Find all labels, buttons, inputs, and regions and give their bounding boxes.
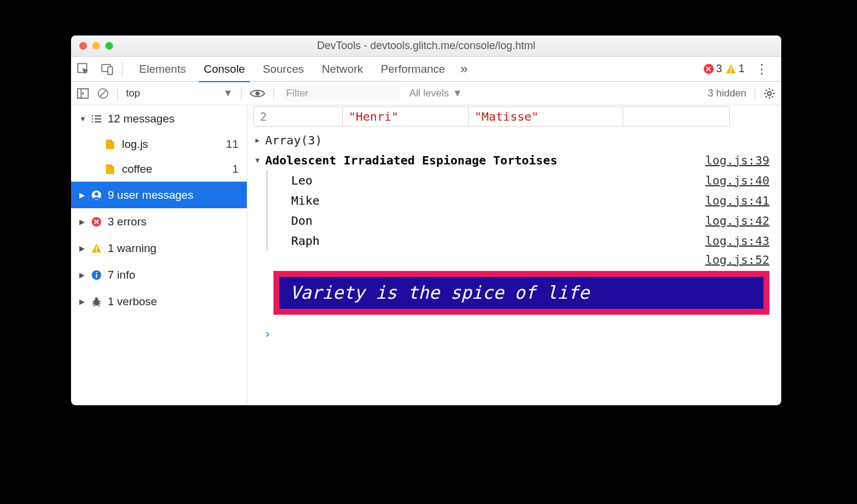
svg-rect-4 (730, 71, 732, 72)
sidebar-item-warnings[interactable]: ▶ 1 warning (71, 235, 247, 261)
svg-line-18 (772, 89, 773, 91)
svg-line-8 (100, 90, 107, 96)
tab-console[interactable]: Console (195, 57, 253, 82)
live-expression-icon[interactable] (250, 88, 265, 99)
svg-rect-2 (108, 67, 112, 75)
chevron-down-icon: ▼ (223, 88, 233, 99)
devtools-window: DevTools - devtools.glitch.me/console/lo… (71, 35, 781, 405)
svg-rect-31 (96, 250, 97, 251)
console-row: Don log.js:42 (266, 211, 769, 231)
table-cell: "Matisse" (468, 107, 623, 127)
toggle-device-icon[interactable] (101, 63, 114, 76)
sidebar-item-verbose[interactable]: ▶ 1 verbose (71, 288, 247, 315)
svg-line-39 (92, 303, 94, 304)
console-table: 2 "Henri" "Matisse" (253, 106, 730, 127)
svg-rect-33 (96, 274, 97, 277)
inspect-element-icon[interactable] (77, 63, 90, 76)
error-count-badge[interactable]: ✕ 3 (704, 63, 722, 75)
svg-point-10 (768, 92, 771, 95)
sidebar-label: 9 user messages (108, 189, 242, 202)
console-row: log.js:52 (253, 251, 769, 269)
more-tabs-button[interactable]: » (455, 62, 473, 77)
sidebar-file-item[interactable]: log.js 11 (71, 132, 247, 157)
titlebar: DevTools - devtools.glitch.me/console/lo… (71, 35, 781, 57)
tab-sources[interactable]: Sources (254, 57, 312, 82)
clear-console-icon[interactable] (97, 88, 109, 99)
console-output: 2 "Henri" "Matisse" ▶ Array(3) ▼ Adolesc… (247, 105, 781, 405)
table-cell: 2 (254, 107, 343, 127)
svg-line-42 (98, 305, 99, 306)
sidebar-file-item[interactable]: coffee 1 (71, 157, 247, 182)
svg-line-16 (772, 96, 773, 97)
svg-line-40 (99, 303, 101, 304)
user-icon (91, 190, 102, 201)
console-toolbar: top ▼ All levels ▼ 3 hidden (71, 82, 781, 105)
source-link[interactable]: log.js:52 (705, 253, 769, 267)
chevron-right-icon: ▶ (79, 271, 85, 279)
close-window-button[interactable] (79, 42, 87, 50)
svg-rect-34 (96, 272, 97, 273)
source-link[interactable]: log.js:40 (705, 173, 769, 188)
console-row-group-header[interactable]: ▼ Adolescent Irradiated Espionage Tortoi… (253, 150, 769, 170)
console-settings-icon[interactable] (763, 88, 775, 99)
console-row: Leo log.js:40 (266, 170, 769, 190)
window-title: DevTools - devtools.glitch.me/console/lo… (71, 40, 781, 52)
sidebar-label: 7 info (108, 269, 242, 282)
svg-point-36 (95, 297, 98, 300)
chevron-right-icon: ▶ (79, 218, 85, 226)
error-icon (91, 217, 102, 227)
bug-icon (91, 296, 102, 307)
styled-log-message: Variety is the spice of life (273, 271, 769, 315)
svg-line-37 (92, 301, 94, 302)
chevron-right-icon: ▶ (79, 191, 85, 199)
table-cell (623, 107, 730, 127)
more-menu-button[interactable]: ⋮ (748, 62, 775, 77)
tab-network[interactable]: Network (314, 57, 372, 82)
source-link[interactable]: log.js:43 (705, 234, 769, 248)
console-prompt[interactable]: › (253, 315, 769, 341)
file-icon (105, 139, 115, 150)
sidebar-label: 3 errors (108, 215, 242, 228)
table-cell: "Henri" (343, 107, 469, 127)
svg-point-26 (95, 192, 98, 196)
chevron-down-icon: ▼ (453, 88, 463, 99)
chevron-right-icon: ▶ (79, 298, 85, 306)
list-icon (91, 115, 102, 123)
error-icon: ✕ (704, 64, 714, 74)
console-row-array[interactable]: ▶ Array(3) (253, 130, 769, 150)
warning-count-badge[interactable]: 1 (726, 63, 745, 75)
tab-performance[interactable]: Performance (372, 57, 453, 82)
console-row: Raph log.js:43 (266, 231, 769, 251)
source-link[interactable]: log.js:39 (705, 153, 769, 167)
log-levels-selector[interactable]: All levels ▼ (409, 88, 462, 99)
toggle-sidebar-icon[interactable] (77, 88, 89, 99)
sidebar-label: 1 verbose (108, 295, 242, 308)
minimize-window-button[interactable] (92, 42, 100, 50)
filter-input[interactable] (282, 86, 401, 101)
chevron-down-icon: ▼ (79, 115, 85, 123)
disclosure-triangle-icon[interactable]: ▶ (253, 136, 262, 144)
tab-elements[interactable]: Elements (131, 57, 194, 82)
source-link[interactable]: log.js:42 (705, 214, 769, 228)
sidebar-item-messages[interactable]: ▼ 12 messages (71, 105, 247, 132)
sidebar-item-user-messages[interactable]: ▶ 9 user messages (71, 182, 247, 208)
sidebar-item-errors[interactable]: ▶ 3 errors (71, 208, 247, 235)
svg-line-17 (766, 96, 767, 97)
maximize-window-button[interactable] (105, 42, 113, 50)
sidebar-label: 12 messages (108, 112, 242, 125)
sidebar-label: 1 warning (108, 242, 242, 255)
warning-icon (91, 243, 102, 254)
warning-icon (726, 64, 736, 75)
hidden-count[interactable]: 3 hidden (708, 88, 746, 99)
disclosure-triangle-icon[interactable]: ▼ (253, 156, 262, 164)
console-sidebar: ▼ 12 messages log.js 11 (71, 105, 247, 405)
source-link[interactable]: log.js:41 (705, 193, 769, 208)
svg-line-41 (94, 305, 95, 306)
svg-rect-30 (96, 247, 97, 250)
svg-point-9 (256, 91, 260, 95)
file-icon (105, 164, 115, 175)
devtools-tabbar: Elements Console Sources Network Perform… (71, 57, 781, 82)
sidebar-item-info[interactable]: ▶ 7 info (71, 261, 247, 288)
context-selector[interactable]: top ▼ (126, 88, 233, 99)
svg-line-15 (766, 89, 767, 91)
